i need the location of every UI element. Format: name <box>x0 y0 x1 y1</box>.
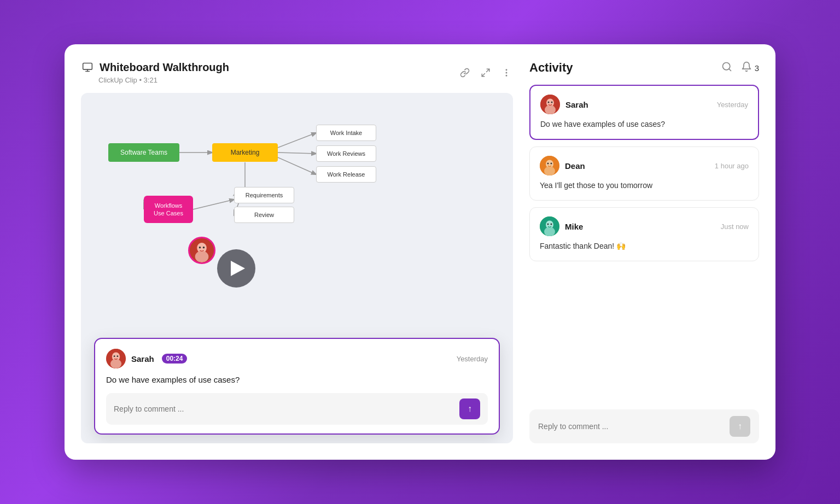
left-panel: Whiteboard Walkthrough ClickUp Clip • 3:… <box>81 61 513 443</box>
fc-marketing: Marketing <box>212 143 278 162</box>
fc-requirements: Requirements <box>234 187 294 203</box>
bottom-reply-input[interactable] <box>538 422 724 431</box>
svg-point-21 <box>199 247 201 249</box>
bottom-reply-area[interactable]: ↑ <box>529 409 759 443</box>
popup-top: Sarah 00:24 Yesterday <box>106 349 488 368</box>
video-title-group: Whiteboard Walkthrough ClickUp Clip • 3:… <box>81 61 229 84</box>
popup-author-name: Sarah <box>131 354 154 364</box>
play-button[interactable] <box>217 249 255 288</box>
video-header: Whiteboard Walkthrough ClickUp Clip • 3:… <box>81 61 513 84</box>
comment-card-sarah[interactable]: Sarah Yesterday Do we have examples of u… <box>529 85 759 140</box>
fc-work-reviews: Work Reviews <box>316 145 376 162</box>
fc-work-intake: Work Intake <box>316 125 376 141</box>
video-clip-icon <box>81 61 94 74</box>
video-title-row: Whiteboard Walkthrough <box>81 61 229 74</box>
fc-work-release: Work Release <box>316 166 376 183</box>
svg-line-11 <box>278 157 316 174</box>
bell-icon <box>741 61 752 75</box>
svg-point-7 <box>506 75 507 76</box>
comment-card-top: Sarah Yesterday <box>540 95 748 114</box>
comment-text-sarah: Do we have examples of use cases? <box>540 119 748 130</box>
svg-line-15 <box>193 200 234 209</box>
comments-list: Sarah Yesterday Do we have examples of u… <box>529 85 759 401</box>
video-avatar <box>188 237 215 264</box>
avatar-mike <box>540 216 559 236</box>
activity-actions: 3 <box>721 61 759 75</box>
right-panel: Activity 3 <box>529 61 759 443</box>
link-icon[interactable] <box>458 66 471 79</box>
more-icon[interactable] <box>500 66 513 79</box>
comment-card-top-dean: Dean 1 hour ago <box>540 156 749 175</box>
svg-point-25 <box>110 359 121 368</box>
header-actions <box>458 66 513 79</box>
svg-point-34 <box>551 102 553 103</box>
fc-workflows: Workflows Use Cases <box>144 196 193 223</box>
comment-time-dean: 1 hour ago <box>715 162 749 170</box>
bottom-send-button[interactable]: ↑ <box>730 416 750 437</box>
popup-avatar <box>106 349 126 368</box>
bottom-send-icon: ↑ <box>738 421 742 431</box>
svg-line-10 <box>278 153 316 154</box>
activity-header: Activity 3 <box>529 61 759 75</box>
popup-send-button[interactable]: ↑ <box>459 398 480 419</box>
popup-timestamp-badge: 00:24 <box>162 354 188 364</box>
fc-review: Review <box>234 207 294 223</box>
notification-badge[interactable]: 3 <box>741 61 759 75</box>
svg-point-43 <box>547 224 549 225</box>
send-icon: ↑ <box>468 404 472 414</box>
search-icon[interactable] <box>721 61 732 75</box>
comment-author-sarah: Sarah <box>565 100 588 109</box>
video-area: Software Teams Marketing Work Intake Wor… <box>81 93 513 443</box>
expand-icon[interactable] <box>479 66 492 79</box>
video-title: Whiteboard Walkthrough <box>100 61 229 74</box>
svg-point-22 <box>203 247 205 249</box>
popup-reply-area[interactable]: ↑ <box>106 393 488 425</box>
svg-point-38 <box>547 163 549 165</box>
svg-rect-0 <box>83 63 92 70</box>
comment-card-dean[interactable]: Dean 1 hour ago Yea I'll get those to yo… <box>529 146 759 201</box>
svg-point-33 <box>548 102 550 103</box>
video-subtitle: ClickUp Clip • 3:21 <box>98 76 229 84</box>
notification-count: 3 <box>755 63 759 73</box>
svg-point-20 <box>195 251 209 262</box>
comment-card-top-mike: Mike Just now <box>540 216 749 236</box>
fc-software-teams: Software Teams <box>108 143 179 162</box>
activity-title: Activity <box>529 61 573 75</box>
svg-point-27 <box>116 355 118 357</box>
svg-line-9 <box>278 133 316 148</box>
comment-text-mike: Fantastic thank Dean! 🙌 <box>540 241 749 252</box>
main-card: Whiteboard Walkthrough ClickUp Clip • 3:… <box>65 44 775 460</box>
comment-text-dean: Yea I'll get those to you tomorrow <box>540 180 749 191</box>
comment-time-sarah: Yesterday <box>717 101 748 109</box>
svg-point-5 <box>506 69 507 71</box>
avatar-dean <box>540 156 559 175</box>
svg-line-29 <box>729 68 731 71</box>
svg-line-3 <box>487 69 489 72</box>
svg-point-26 <box>114 355 115 357</box>
svg-line-4 <box>482 73 485 76</box>
popup-reply-input[interactable] <box>114 405 455 413</box>
comment-card-mike[interactable]: Mike Just now Fantastic thank Dean! 🙌 <box>529 207 759 261</box>
svg-point-44 <box>551 224 552 225</box>
svg-point-39 <box>551 163 552 165</box>
play-triangle-icon <box>231 261 245 276</box>
popup-date: Yesterday <box>457 355 488 363</box>
comment-author-dean: Dean <box>565 161 585 171</box>
video-comment-popup: Sarah 00:24 Yesterday Do we have example… <box>94 338 500 435</box>
avatar-sarah <box>540 95 560 114</box>
comment-author-mike: Mike <box>565 222 583 231</box>
comment-time-mike: Just now <box>721 222 749 231</box>
svg-point-6 <box>506 72 507 73</box>
popup-message: Do we have examples of use cases? <box>106 374 488 385</box>
